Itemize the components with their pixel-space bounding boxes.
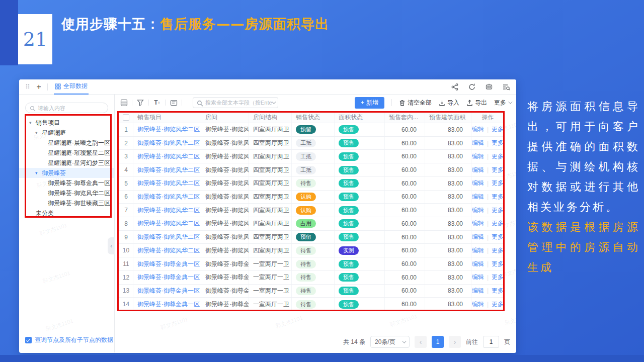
import-button[interactable]: 导入 [439, 99, 459, 107]
expand-arrow-icon[interactable]: ▾ [35, 130, 42, 135]
build-area-cell: 83.00 [425, 191, 471, 204]
view-settings-icon[interactable] [502, 83, 510, 91]
col-room[interactable]: 房间 [201, 112, 249, 123]
clear-all-button[interactable]: 清空全部 [399, 99, 432, 107]
export-button[interactable]: 导出 [466, 99, 487, 107]
row-height-icon[interactable] [119, 98, 128, 107]
add-tab-button[interactable]: + [37, 82, 41, 92]
structure-cell: 四室两厅两卫 [249, 150, 292, 163]
tree-item-星耀澜庭·晨曦之韵一区[interactable]: 星耀澜庭·晨曦之韵一区 [19, 138, 114, 148]
robot-icon[interactable] [485, 83, 493, 91]
tree-item-销售项目[interactable]: ▾销售项目 [19, 118, 114, 128]
add-record-button[interactable]: +新增 [355, 97, 384, 109]
more-link[interactable]: 更多 [492, 300, 504, 309]
more-link[interactable]: 更多 [492, 179, 504, 188]
more-link[interactable]: 更多 [492, 125, 504, 134]
tree-item-星耀澜庭·星河幻梦三区[interactable]: 星耀澜庭·星河幻梦三区 [19, 158, 114, 168]
tree-item-label: 未分类 [36, 209, 54, 218]
prev-page-button[interactable]: ‹ [415, 336, 427, 348]
edit-link[interactable]: 编辑 [472, 300, 484, 309]
room-cell: 御景峰荟·御览风华... [201, 177, 249, 190]
chevron-down-icon[interactable] [272, 100, 276, 104]
filter-icon[interactable] [136, 98, 145, 107]
edit-link[interactable]: 编辑 [472, 125, 484, 134]
project-link[interactable]: 御景峰荟·御尊金典一区 [137, 287, 200, 295]
edit-link[interactable]: 编辑 [472, 246, 484, 255]
project-link[interactable]: 御景峰荟·御尊金典一区 [137, 273, 200, 282]
more-link[interactable]: 更多 [492, 206, 504, 215]
more-button[interactable]: 更多 [494, 99, 511, 107]
project-link[interactable]: 御景峰荟·御览风华二区 [137, 233, 200, 241]
col-build-area[interactable]: 预售建筑面积 [425, 112, 471, 123]
sale-status-cell: 待售 [292, 285, 335, 298]
more-link[interactable]: 更多 [492, 246, 504, 255]
more-link[interactable]: 更多 [492, 193, 504, 201]
project-link[interactable]: 御景峰荟·御览风华二区 [137, 166, 200, 174]
total-count: 共 14 条 [343, 338, 365, 346]
project-link[interactable]: 御景峰荟·御览风华二区 [137, 219, 200, 228]
goto-page-input[interactable] [483, 336, 499, 348]
text-size-icon[interactable]: T↕ [152, 98, 162, 107]
next-page-button[interactable]: › [449, 336, 461, 348]
col-project[interactable]: 销售项目 [133, 112, 201, 123]
project-link[interactable]: 御景峰荟·御览风华二区 [137, 152, 200, 161]
more-link[interactable]: 更多 [492, 166, 504, 174]
project-link[interactable]: 御景峰荟·御览风华二区 [137, 125, 200, 134]
edit-link[interactable]: 编辑 [472, 260, 484, 268]
sidebar-search-input[interactable] [25, 103, 108, 113]
divider: | [487, 220, 489, 227]
tree-item-星耀澜庭[interactable]: ▾星耀澜庭 [19, 128, 114, 138]
tree-item-未分类[interactable]: 未分类 [19, 208, 114, 218]
refresh-icon[interactable] [468, 83, 476, 91]
edit-link[interactable]: 编辑 [472, 179, 484, 188]
sidebar-footer: 查询节点及所有子节点的数据 [25, 336, 113, 344]
project-link[interactable]: 御景峰荟·御览风华二区 [137, 246, 200, 255]
expand-arrow-icon[interactable]: ▾ [35, 170, 42, 175]
tree-item-御景峰荟[interactable]: ▾御景峰荟 [19, 168, 114, 178]
project-link[interactable]: 御景峰荟·御览风华二区 [137, 193, 200, 201]
drag-handle-icon[interactable]: ⠿ [25, 83, 31, 90]
table-search-input[interactable] [205, 100, 272, 106]
edit-link[interactable]: 编辑 [472, 233, 484, 241]
tree-item-御景峰荟·御尊金典一区[interactable]: 御景峰荟·御尊金典一区 [19, 178, 114, 188]
share-icon[interactable] [451, 83, 459, 91]
project-link[interactable]: 御景峰荟·御览风华二区 [137, 206, 200, 215]
project-link[interactable]: 御景峰荟·御尊金典一区 [137, 260, 200, 268]
current-page[interactable]: 1 [432, 336, 444, 348]
more-link[interactable]: 更多 [492, 139, 504, 147]
tree-item-御景峰荟·御览风华二区[interactable]: 御景峰荟·御览风华二区 [19, 188, 114, 198]
more-link[interactable]: 更多 [492, 273, 504, 282]
edit-link[interactable]: 编辑 [472, 287, 484, 295]
sidebar-collapse-handle[interactable]: ‹ [108, 237, 115, 254]
edit-link[interactable]: 编辑 [472, 206, 484, 215]
col-area-status[interactable]: 面积状态 [335, 112, 385, 123]
edit-link[interactable]: 编辑 [472, 219, 484, 228]
more-link[interactable]: 更多 [492, 219, 504, 228]
app-topbar: ⠿ + 全部数据 [19, 79, 516, 95]
tree-item-星耀澜庭·璀璨繁星二区[interactable]: 星耀澜庭·璀璨繁星二区 [19, 148, 114, 158]
edit-link[interactable]: 编辑 [472, 166, 484, 174]
more-link[interactable]: 更多 [492, 260, 504, 268]
expand-arrow-icon[interactable]: ▾ [29, 120, 36, 125]
edit-link[interactable]: 编辑 [472, 193, 484, 201]
project-link[interactable]: 御景峰荟·御尊金典一区 [137, 300, 200, 309]
page-size-select[interactable]: 20条/页 [370, 336, 410, 348]
project-link[interactable]: 御景峰荟·御览风华二区 [137, 139, 200, 147]
tab-all-data[interactable]: 全部数据 [54, 79, 89, 95]
project-link[interactable]: 御景峰荟·御览风华二区 [137, 179, 200, 188]
edit-link[interactable]: 编辑 [472, 139, 484, 147]
more-link[interactable]: 更多 [492, 287, 504, 295]
more-link[interactable]: 更多 [492, 152, 504, 161]
structure-cell: 四室两厅两卫 [249, 137, 292, 150]
tree-item-御景峰荟·御世臻藏三区[interactable]: 御景峰荟·御世臻藏三区 [19, 198, 114, 208]
edit-link[interactable]: 编辑 [472, 273, 484, 282]
more-link[interactable]: 更多 [492, 233, 504, 241]
col-sale-status[interactable]: 销售状态 [292, 112, 335, 123]
select-all-checkbox[interactable] [123, 114, 129, 121]
col-structure[interactable]: 房间结构 [249, 112, 292, 123]
tree-item-label: 御景峰荟 [42, 169, 66, 177]
edit-link[interactable]: 编辑 [472, 152, 484, 161]
checked-checkbox[interactable] [25, 337, 32, 343]
card-view-icon[interactable] [169, 98, 178, 107]
col-inner-area[interactable]: 预售套内... [385, 112, 425, 123]
